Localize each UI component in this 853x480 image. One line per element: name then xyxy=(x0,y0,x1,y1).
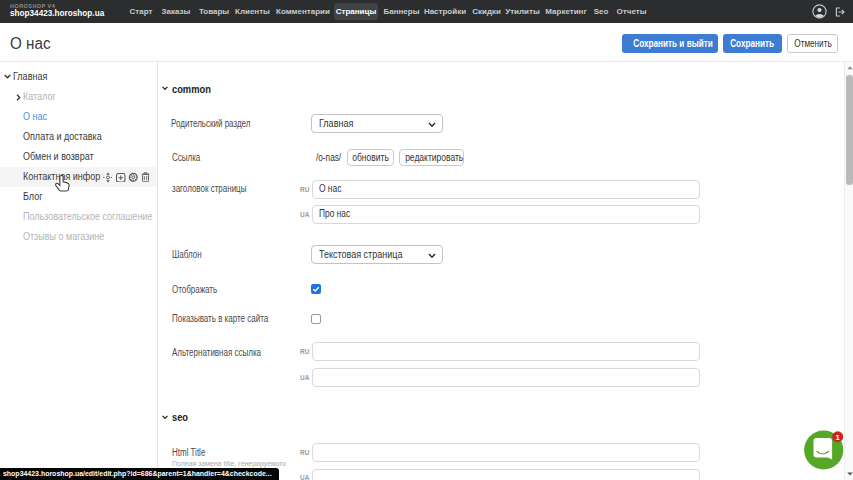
svg-text:1: 1 xyxy=(835,433,840,442)
